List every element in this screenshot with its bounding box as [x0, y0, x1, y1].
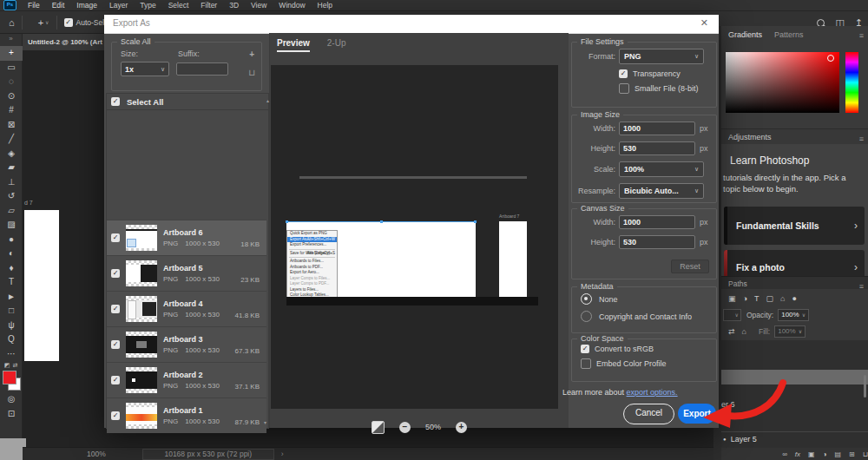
fit-screen-icon[interactable] — [372, 421, 385, 434]
brush-tool[interactable]: ▰ — [0, 161, 23, 175]
paths-panel-header[interactable]: Paths ≡ — [721, 276, 868, 290]
width-input[interactable] — [619, 122, 695, 135]
tab-preview[interactable]: Preview — [277, 38, 310, 52]
delete-layer-icon[interactable]: ⊔ — [863, 450, 868, 458]
panel-menu-icon[interactable]: ≡ — [859, 135, 864, 143]
artboard-row-2[interactable]: ✓ Artboard 2 PNG1000 x 530 37.1 KB — [107, 362, 266, 398]
smaller-file-checkbox[interactable]: ✓ — [619, 83, 629, 94]
document-tab[interactable]: Untitled-2 @ 100% (Art — [23, 34, 111, 50]
artboard-row-4[interactable]: ✓ Artboard 4 PNG1000 x 530 41.8 KB — [107, 291, 266, 326]
gradient-tool[interactable]: ▨ — [0, 218, 23, 233]
dodge-tool[interactable]: ◐ — [0, 246, 23, 261]
artboard7-canvas[interactable] — [24, 210, 59, 361]
preview-canvas[interactable]: Artboard 7 Quick Export as PNG Export As… — [271, 65, 558, 409]
swap-colors-icon[interactable]: ⇄ — [12, 361, 17, 370]
size-dropdown[interactable]: 1x ∨ — [121, 62, 169, 76]
trash-icon[interactable]: ⊔ — [248, 68, 255, 77]
learn-card-fix-a-photo[interactable]: Fix a photo › — [724, 250, 865, 276]
layer-effects-icon[interactable]: fx — [795, 450, 800, 458]
layer-5-row[interactable]: ● Layer 5 — [721, 431, 868, 447]
pen-tool[interactable]: ♦ — [0, 261, 23, 276]
path-selection-tool[interactable]: ► — [0, 290, 23, 305]
healing-brush-tool[interactable]: ◈ — [0, 147, 23, 161]
convert-srgb-checkbox[interactable]: ✓ — [581, 345, 589, 353]
filter-type-icon[interactable]: T — [754, 294, 760, 303]
transparency-checkbox[interactable]: ✓ — [619, 69, 628, 78]
blur-tool[interactable]: ● — [0, 233, 23, 247]
artboard-row-5[interactable]: ✓ Artboard 5 PNG1000 x 530 23 KB — [107, 255, 266, 291]
artboard-checkbox[interactable]: ✓ — [111, 233, 120, 242]
artboard-checkbox[interactable]: ✓ — [111, 305, 120, 313]
quick-selection-tool[interactable]: ⊙ — [0, 89, 23, 104]
smaller-file-row[interactable]: ✓ Smaller File (8-bit) — [619, 83, 716, 94]
eye-icon[interactable]: ● — [723, 432, 727, 447]
artboard-row-1[interactable]: ✓ Artboard 1 PNG1000 x 530 87.9 KB — [107, 398, 266, 433]
history-brush-tool[interactable]: ↺ — [0, 189, 23, 204]
tab-gradients[interactable]: Gradients — [728, 30, 762, 39]
suffix-input[interactable] — [176, 62, 228, 76]
menu-help[interactable]: Help — [312, 1, 339, 10]
scroll-down-icon[interactable]: ▾ — [264, 419, 266, 425]
scale-dropdown[interactable]: 100% ∨ — [619, 161, 704, 177]
layer-6-row[interactable]: er 6 — [721, 398, 868, 412]
chevron-down-icon[interactable]: ∨ — [45, 19, 49, 25]
shape-tool[interactable]: □ — [0, 304, 23, 319]
metadata-copyright-row[interactable]: Copyright and Contact Info — [581, 311, 716, 322]
zoom-out-button[interactable]: − — [399, 422, 411, 433]
artboard-checkbox[interactable]: ✓ — [111, 376, 120, 384]
screen-mode-icon[interactable]: ⊡ — [0, 407, 23, 422]
blend-mode-dropdown[interactable]: ∨ — [723, 309, 741, 321]
filter-toggle-icon[interactable]: ● — [792, 294, 796, 303]
selected-layer-row[interactable] — [721, 370, 868, 384]
filter-shape-icon[interactable]: ▢ — [766, 294, 773, 303]
tab-2up[interactable]: 2-Up — [327, 38, 346, 52]
menu-layer[interactable]: Layer — [103, 1, 134, 10]
select-all-checkbox[interactable]: ✓ — [111, 97, 120, 106]
resample-dropdown[interactable]: Bicubic Auto... ∨ — [619, 183, 704, 199]
scroll-up-icon[interactable]: ▴ — [266, 97, 269, 103]
menu-type[interactable]: Type — [134, 1, 161, 10]
foreground-color-swatch[interactable] — [3, 371, 16, 384]
canvas-width-input[interactable] — [619, 215, 695, 229]
menu-image[interactable]: Image — [70, 1, 103, 10]
embed-profile-row[interactable]: ✓ Embed Color Profile — [581, 358, 716, 369]
move-tool[interactable]: + — [0, 46, 23, 61]
new-layer-icon[interactable]: ⊞ — [849, 450, 855, 458]
artboard-row-6[interactable]: ✓ Artboard 6 PNG1000 x 530 18 KB — [107, 220, 266, 255]
eraser-tool[interactable]: ▱ — [0, 204, 23, 219]
lock-all-icon[interactable]: ⌂ — [742, 327, 746, 336]
zoom-in-button[interactable]: + — [456, 422, 467, 433]
menu-edit[interactable]: Edit — [46, 1, 71, 10]
convert-srgb-row[interactable]: ✓ Convert to sRGB — [581, 345, 716, 353]
copyright-radio[interactable] — [581, 311, 592, 322]
lock-transparency-icon[interactable]: ⇄ — [728, 327, 735, 336]
add-scale-icon[interactable]: + — [249, 49, 254, 59]
select-all-row[interactable]: ✓ Select All ▴ — [107, 94, 271, 110]
status-chevron-icon[interactable]: › — [281, 450, 284, 458]
fill-value-dropdown[interactable]: 100%∨ — [774, 325, 806, 338]
layers-scrollbar[interactable] — [864, 375, 866, 398]
lasso-tool[interactable]: ◌ — [0, 75, 23, 89]
filter-adjustment-icon[interactable]: ◑ — [743, 294, 747, 303]
close-icon[interactable]: ✕ — [700, 17, 708, 29]
clone-stamp-tool[interactable]: ⊥ — [0, 175, 23, 190]
menu-3d[interactable]: 3D — [223, 1, 245, 10]
menu-window[interactable]: Window — [273, 1, 311, 10]
type-tool[interactable]: T — [0, 275, 23, 290]
menu-file[interactable]: File — [22, 1, 46, 10]
quick-mask-icon[interactable]: ◎ — [0, 392, 23, 407]
link-layers-icon[interactable]: ∞ — [782, 450, 787, 458]
menu-view[interactable]: View — [245, 1, 273, 10]
status-zoom-level[interactable]: 100% — [87, 450, 106, 458]
adjustments-panel-header[interactable]: Adjustments ≡ — [721, 128, 868, 146]
export-options-link[interactable]: export options. — [627, 388, 678, 397]
menu-filter[interactable]: Filter — [194, 1, 223, 10]
layer-group-icon[interactable]: ▤ — [834, 450, 841, 458]
move-tool-icon[interactable]: + — [38, 17, 43, 28]
home-icon[interactable]: ⌂ — [9, 17, 15, 28]
reset-button[interactable]: Reset — [671, 260, 709, 273]
panel-menu-icon[interactable]: ≡ — [859, 31, 864, 40]
more-tools[interactable]: ⋯ — [0, 347, 23, 362]
opacity-value-dropdown[interactable]: 100%∨ — [778, 309, 809, 321]
embed-profile-checkbox[interactable]: ✓ — [581, 358, 591, 369]
